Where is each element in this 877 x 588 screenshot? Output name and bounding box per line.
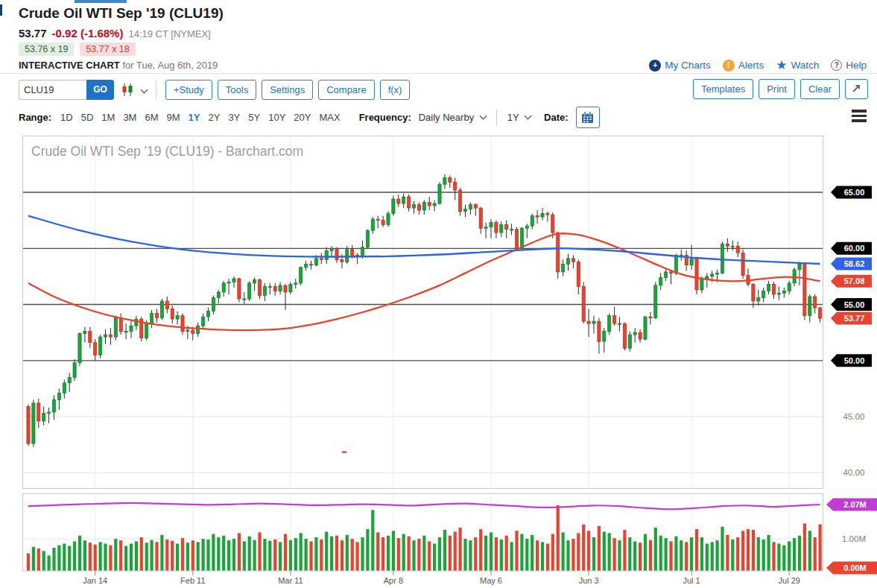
range-1y-selected[interactable]: 1Y [189,112,200,123]
quote-time: 14:19 CT [NYMEX] [128,28,210,39]
chart-menu-icon[interactable] [852,110,867,122]
chevron-down-icon [141,86,148,93]
symbol-input[interactable] [19,80,86,100]
watch-label: Watch [791,60,819,71]
svg-text:40.00: 40.00 [843,468,865,477]
question-icon: ? [831,60,842,71]
clear-button[interactable]: Clear [800,79,840,99]
frequency-dropdown[interactable]: Daily Nearby [419,112,486,123]
range-9m[interactable]: 9M [167,112,180,123]
ask-badge: 53.77 x 18 [80,42,135,56]
toolbar-divider [156,80,156,99]
x-axis-label: Apr 8 [384,576,403,585]
chart-toolbar: GO +Study Tools Settings Compare f(x) [19,79,415,100]
page-subtitle: INTERACTIVE CHART for Tue, Aug 6th, 2019 [19,60,218,71]
tools-button[interactable]: Tools [218,80,256,100]
quote-row: 53.77 -0.92 (-1.68%) 14:19 CT [NYMEX] [19,27,211,39]
svg-text:45.00: 45.00 [843,412,865,421]
x-axis-label: Jun 3 [579,576,599,585]
expand-chart-button[interactable] [845,79,868,99]
range-label: Range: [19,112,51,123]
svg-text:65.00: 65.00 [844,188,865,197]
last-price: 53.77 [19,27,47,39]
range-2y[interactable]: 2Y [208,112,220,123]
svg-text:53.77: 53.77 [844,314,865,323]
x-axis-label: Jul 29 [779,576,800,585]
x-axis-label: Jul 1 [683,576,700,585]
range-5d[interactable]: 5D [81,112,94,123]
range-bar: Range: 1D 5D 1M 3M 6M 9M 1Y 2Y 3Y 5Y 10Y… [19,107,600,128]
range-1d[interactable]: 1D [60,112,73,123]
bid-badge: 53.76 x 19 [19,42,74,56]
range-max[interactable]: MAX [319,112,340,123]
interactive-chart[interactable]: Crude Oil WTI Sep '19 (CLU19) - Barchart… [22,136,877,588]
alerts-label: Alerts [738,60,764,71]
range-5y[interactable]: 5Y [248,112,260,123]
interactive-chart-label: INTERACTIVE CHART [19,60,120,71]
left-edge-mark [0,4,2,16]
x-axis-label: Jan 14 [83,576,107,585]
chart-date-label: for Tue, Aug 6th, 2019 [122,60,218,71]
svg-text:0.00M: 0.00M [843,563,867,572]
panel-gap [22,489,823,493]
go-button[interactable]: GO [86,80,114,100]
range-3y[interactable]: 3Y [228,112,240,123]
chart-canvas[interactable]: Crude Oil WTI Sep '19 (CLU19) - Barchart… [22,136,877,588]
date-label: Date: [544,112,569,123]
range-1m[interactable]: 1M [101,112,115,123]
bid-ask-row: 53.76 x 19 53.77 x 18 [19,42,136,56]
page-title: Crude Oil WTI Sep '19 (CLU19) [19,5,224,22]
period-value: 1Y [507,112,519,123]
chart-type-dropdown[interactable] [121,83,147,96]
alerts-link[interactable]: ! Alerts [723,60,764,72]
candlestick-type-icon [121,83,135,96]
templates-button[interactable]: Templates [693,79,753,99]
header-divider [0,73,877,74]
plus-circle-icon: + [649,60,661,72]
chart-watermark: Crude Oil WTI Sep '19 (CLU19) - Barchart… [31,144,303,159]
watch-link[interactable]: ★ Watch [776,57,819,73]
price-change: -0.92 (-1.68%) [52,27,124,39]
svg-text:57.08: 57.08 [844,276,865,285]
my-charts-link[interactable]: + My Charts [649,60,711,72]
expand-arrow-icon [852,83,861,93]
settings-button[interactable]: Settings [262,80,313,100]
add-study-button[interactable]: +Study [165,80,212,100]
frequency-value: Daily Nearby [419,112,474,123]
svg-text:58.62: 58.62 [844,259,865,268]
chevron-down-icon [525,113,532,120]
svg-text:1.00M: 1.00M [842,534,866,543]
range-10y[interactable]: 10Y [268,112,285,123]
star-icon: ★ [776,57,787,73]
compare-button[interactable]: Compare [318,80,374,100]
help-label: Help [846,60,867,71]
function-button[interactable]: f(x) [380,80,411,100]
svg-text:50.00: 50.00 [844,356,865,365]
help-link[interactable]: ? Help [831,60,867,71]
top-accent-bar [75,0,127,3]
range-bar-divider [496,110,497,126]
range-20y[interactable]: 20Y [294,112,311,123]
alert-icon: ! [723,60,735,72]
date-picker-button[interactable] [576,107,600,128]
chart-toolbar-right: Templates Print Clear [693,79,868,99]
x-axis-label: Feb 11 [180,576,205,585]
header-links: + My Charts ! Alerts ★ Watch ? Help [649,57,867,73]
period-dropdown[interactable]: 1Y [507,112,531,123]
print-button[interactable]: Print [759,79,795,99]
x-axis-label: May 6 [480,576,502,585]
calendar-icon [581,111,594,124]
svg-text:55.00: 55.00 [844,300,865,309]
chevron-down-icon [479,113,487,120]
range-3m[interactable]: 3M [123,112,136,123]
svg-text:60.00: 60.00 [844,244,865,253]
x-axis-label: Mar 11 [278,576,303,585]
my-charts-label: My Charts [665,60,711,71]
svg-text:2.07M: 2.07M [843,500,867,509]
range-6m[interactable]: 6M [145,112,158,123]
frequency-label: Frequency: [359,112,411,123]
red-dash-mark [342,452,346,453]
